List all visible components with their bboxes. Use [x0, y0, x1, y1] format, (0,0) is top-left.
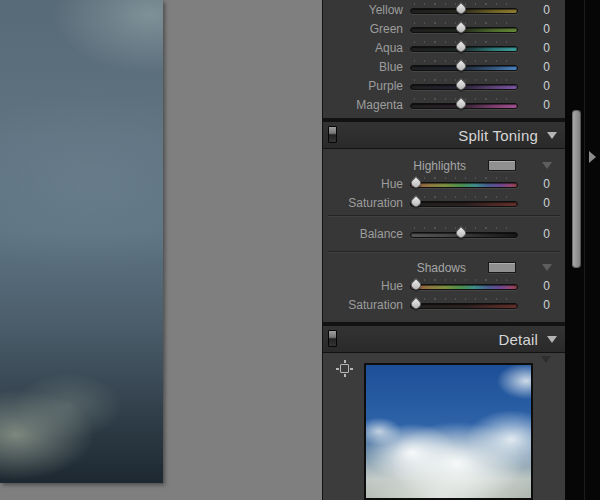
detail-panel-header[interactable]: Detail — [323, 326, 565, 352]
slider-value[interactable]: 0 — [543, 177, 550, 191]
slider-ticks — [414, 279, 514, 281]
slider-track-magenta[interactable] — [410, 96, 518, 115]
highlights-hue-row: Hue 0 — [323, 175, 565, 194]
slider-value[interactable]: 0 — [543, 279, 550, 293]
detail-preview-image[interactable] — [364, 363, 533, 500]
slider-track-bar[interactable] — [410, 303, 518, 309]
slider-value[interactable]: 0 — [543, 196, 550, 210]
triangle-down-icon[interactable] — [542, 162, 552, 169]
slider-label: Saturation — [348, 196, 403, 210]
section-divider — [328, 251, 560, 252]
slider-label: Hue — [381, 279, 403, 293]
slider-row-magenta: Magenta 0 — [323, 96, 565, 115]
slider-row-aqua: Aqua 0 — [323, 39, 565, 58]
slider-value[interactable]: 0 — [543, 298, 550, 312]
slider-value[interactable]: 0 — [543, 60, 550, 74]
section-divider — [328, 215, 560, 216]
develop-right-panel: Yellow 0 Green 0 Aqua 0 Blue 0 Purple 0 … — [322, 0, 565, 500]
balance-row: Balance 0 — [323, 225, 565, 244]
slider-label: Aqua — [375, 41, 403, 55]
hsl-panel-content: Yellow 0 Green 0 Aqua 0 Blue 0 Purple 0 … — [323, 0, 565, 118]
shadows-saturation-row: Saturation 0 — [323, 296, 565, 315]
slider-ticks — [414, 298, 514, 300]
balance-track[interactable] — [410, 225, 518, 244]
slider-track-aqua[interactable] — [410, 39, 518, 58]
slider-track-blue[interactable] — [410, 58, 518, 77]
zoom-target-tick — [344, 360, 346, 363]
slider-row-yellow: Yellow 0 — [323, 1, 565, 20]
loupe-photo-stormy-sky[interactable] — [0, 0, 163, 483]
slider-value[interactable]: 0 — [543, 3, 550, 17]
scrollbar-thumb[interactable] — [572, 110, 581, 268]
zoom-target-tick — [350, 368, 353, 370]
triangle-down-icon[interactable] — [541, 356, 551, 363]
zoom-target-square — [340, 364, 349, 373]
slider-value[interactable]: 0 — [543, 22, 550, 36]
panel-expand-arrow-icon[interactable] — [589, 151, 596, 163]
slider-track-green[interactable] — [410, 20, 518, 39]
highlights-color-swatch[interactable] — [488, 160, 516, 171]
slider-track-bar[interactable] — [410, 182, 518, 188]
shadows-color-swatch[interactable] — [488, 262, 516, 273]
section-label: Shadows — [417, 261, 466, 275]
split-toning-panel-content: Highlights Hue 0 Saturation 0 Balance 0 … — [323, 149, 565, 322]
highlights-hue-track[interactable] — [410, 175, 518, 194]
shadows-saturation-track[interactable] — [410, 296, 518, 315]
slider-row-green: Green 0 — [323, 20, 565, 39]
chevron-down-icon[interactable] — [547, 132, 557, 139]
slider-label: Balance — [360, 227, 403, 241]
zoom-target-icon[interactable] — [336, 360, 353, 377]
slider-ticks — [414, 196, 514, 198]
section-label: Highlights — [413, 159, 466, 173]
slider-label: Blue — [379, 60, 403, 74]
slider-label: Green — [370, 22, 403, 36]
shadows-hue-track[interactable] — [410, 277, 518, 296]
chevron-down-icon[interactable] — [547, 336, 557, 343]
slider-label: Purple — [368, 79, 403, 93]
highlights-saturation-row: Saturation 0 — [323, 194, 565, 213]
scrollbar-strip — [565, 0, 600, 500]
slider-row-purple: Purple 0 — [323, 77, 565, 96]
panel-toggle-switch-icon[interactable] — [328, 126, 337, 143]
slider-label: Yellow — [369, 3, 403, 17]
slider-value[interactable]: 0 — [543, 41, 550, 55]
slider-track-bar[interactable] — [410, 201, 518, 207]
highlights-section-header: Highlights — [323, 157, 565, 175]
panel-title: Split Toning — [458, 127, 538, 144]
slider-label: Magenta — [356, 98, 403, 112]
panel-toggle-switch-icon[interactable] — [328, 330, 337, 347]
detail-panel-content — [323, 353, 565, 500]
scrollbar-divider — [584, 0, 585, 500]
slider-ticks — [414, 177, 514, 179]
slider-value[interactable]: 0 — [543, 227, 550, 241]
slider-label: Hue — [381, 177, 403, 191]
slider-label: Saturation — [348, 298, 403, 312]
triangle-down-icon[interactable] — [542, 264, 552, 271]
shadows-section-header: Shadows — [323, 259, 565, 277]
shadows-hue-row: Hue 0 — [323, 277, 565, 296]
zoom-target-tick — [344, 374, 346, 377]
panel-title: Detail — [498, 331, 538, 348]
slider-track-yellow[interactable] — [410, 1, 518, 20]
split-toning-panel-header[interactable]: Split Toning — [323, 122, 565, 148]
zoom-target-tick — [336, 368, 339, 370]
slider-track-purple[interactable] — [410, 77, 518, 96]
highlights-saturation-track[interactable] — [410, 194, 518, 213]
slider-track-bar[interactable] — [410, 284, 518, 290]
slider-value[interactable]: 0 — [543, 98, 550, 112]
slider-value[interactable]: 0 — [543, 79, 550, 93]
slider-row-blue: Blue 0 — [323, 58, 565, 77]
